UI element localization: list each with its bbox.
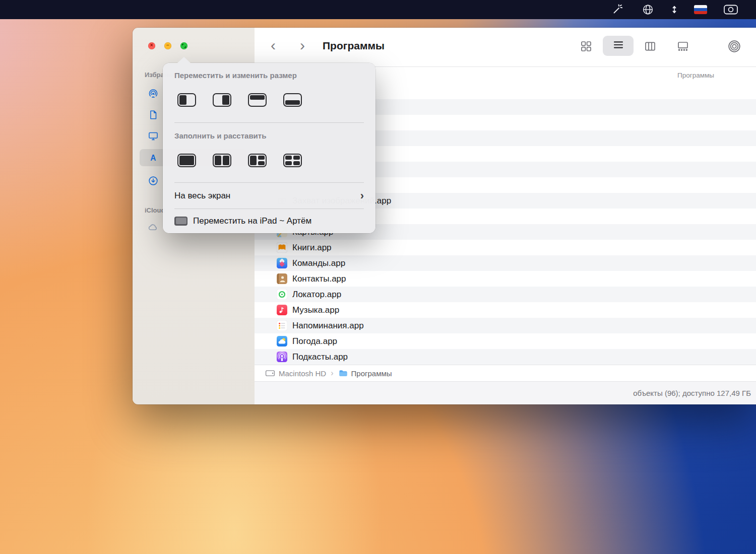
reminders-app-icon [277, 320, 287, 331]
tile-bottom-half-button[interactable] [283, 93, 302, 107]
window-title: Программы [323, 40, 385, 52]
tile-bottom-half-icon [283, 93, 302, 107]
app-name: Музыка.app [292, 305, 339, 315]
list-item[interactable]: Команды.app [255, 255, 756, 271]
app-name: Напоминания.app [292, 321, 364, 331]
app-name: Книги.app [292, 243, 332, 253]
fill-section-title: Заполнить и расставить [174, 131, 266, 140]
popup-divider [174, 122, 364, 123]
books-app-icon [277, 242, 287, 253]
documents-icon[interactable] [147, 109, 159, 121]
macintosh-hd-icon [265, 368, 276, 379]
resize-section-title: Переместить и изменить размер [174, 71, 297, 80]
left-and-quarters-button[interactable] [248, 154, 267, 167]
airdrop-toolbar-button[interactable] [728, 40, 741, 53]
close-button[interactable]: × [148, 42, 155, 49]
ipad-icon [174, 217, 187, 226]
list-item[interactable]: Напоминания.app [255, 318, 756, 333]
close-icon: × [150, 43, 153, 48]
popup-arrow [177, 57, 191, 63]
icon-view-button[interactable] [580, 40, 593, 53]
menu-bar [0, 0, 756, 19]
window-tiling-menu: Переместить и изменить размер Заполнить … [163, 63, 375, 233]
app-name: Контакты.app [292, 274, 346, 284]
list-item[interactable]: Книги.app [255, 240, 756, 255]
column-header-name[interactable]: Программы [677, 72, 714, 79]
path-separator-icon: › [331, 369, 333, 378]
applications-icon[interactable]: A [147, 152, 159, 164]
move-to-ipad-label: Переместить на iPad ~ Артём [193, 216, 311, 226]
contacts-app-icon [277, 273, 287, 284]
four-quarters-icon [283, 154, 302, 167]
weather-app-icon [277, 336, 287, 347]
left-and-quarters-icon [248, 154, 267, 167]
resize-tiles [177, 93, 302, 107]
fill-screen-icon [177, 154, 196, 167]
list-item[interactable]: Музыка.app [255, 302, 756, 318]
globe-icon[interactable] [642, 4, 654, 16]
status-text: объекты (96); доступно 127,49 ГБ [633, 389, 751, 397]
move-to-ipad-menu-item[interactable]: Переместить на iPad ~ Артём [163, 209, 375, 233]
findmy-app-icon [277, 289, 287, 300]
app-name: Команды.app [292, 258, 345, 268]
pen-sparkle-icon[interactable] [611, 3, 624, 16]
list-item[interactable]: Подкасты.app [255, 349, 756, 365]
path-folder[interactable]: Программы [351, 369, 392, 378]
app-name: Погода.app [292, 336, 337, 347]
downloads-icon[interactable] [147, 175, 159, 187]
sidebar-icloud-heading: iCloud [145, 206, 165, 214]
gallery-view-button[interactable] [676, 40, 689, 53]
svg-text:A: A [150, 154, 156, 162]
path-bar: Macintosh HD › Программы [255, 365, 756, 381]
traffic-lights: × – [133, 28, 255, 64]
status-bar: объекты (96); доступно 127,49 ГБ [255, 381, 756, 404]
two-windows-icon [213, 154, 231, 167]
icloud-drive-icon[interactable] [147, 221, 159, 233]
ru-flag-icon[interactable] [694, 5, 707, 14]
column-view-button[interactable] [644, 40, 657, 53]
list-view-button[interactable] [603, 36, 634, 56]
list-item[interactable]: Локатор.app [255, 287, 756, 302]
zoom-button[interactable] [180, 42, 187, 49]
four-quarters-button[interactable] [283, 154, 302, 167]
tile-top-half-icon [248, 93, 267, 107]
tile-left-half-icon [177, 93, 196, 107]
folder-icon [338, 368, 348, 378]
tile-right-half-button[interactable] [213, 93, 231, 107]
forward-button[interactable]: › [300, 35, 305, 56]
fill-tiles [177, 154, 302, 167]
back-button[interactable]: ‹ [271, 35, 276, 56]
tile-top-half-button[interactable] [248, 93, 267, 107]
minimize-button[interactable]: – [164, 42, 171, 49]
app-name: Подкасты.app [292, 352, 348, 362]
list-item[interactable]: Контакты.app [255, 271, 756, 287]
list-item[interactable]: Погода.app [255, 333, 756, 349]
fullscreen-label: На весь экран [174, 191, 230, 201]
list-view-icon [612, 39, 624, 53]
shortcuts-app-icon [277, 258, 287, 268]
chevron-right-icon: › [360, 189, 364, 202]
minimize-icon: – [166, 43, 169, 48]
airdrop-icon[interactable] [147, 88, 159, 100]
tile-right-half-icon [213, 93, 231, 107]
app-name: Локатор.app [292, 290, 341, 300]
fill-screen-button[interactable] [177, 154, 196, 167]
updown-arrows-icon[interactable] [669, 4, 680, 15]
desktop-icon[interactable] [147, 130, 159, 142]
display-indicator-icon[interactable] [723, 4, 738, 16]
music-app-icon [277, 305, 287, 315]
tile-left-half-button[interactable] [177, 93, 196, 107]
two-windows-button[interactable] [213, 154, 231, 167]
podcasts-app-icon [277, 352, 287, 362]
fullscreen-menu-item[interactable]: На весь экран › [163, 183, 375, 209]
path-volume[interactable]: Macintosh HD [279, 369, 326, 378]
